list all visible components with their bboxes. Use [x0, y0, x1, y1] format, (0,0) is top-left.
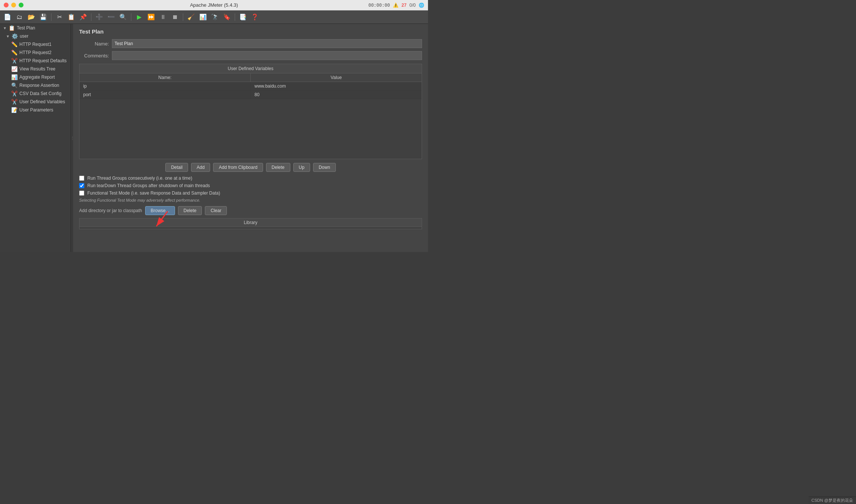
page-title: Test Plan [79, 28, 422, 35]
user-icon: ⚙️ [12, 33, 18, 39]
expand-arrow-user: ▼ [6, 34, 10, 38]
run-consecutively-label: Run Thread Groups consecutively (i.e. on… [87, 176, 192, 181]
up-button[interactable]: Up [293, 163, 310, 172]
run-teardown-label: Run tearDown Thread Groups after shutdow… [87, 183, 210, 188]
open-templates-button[interactable]: 🗂 [14, 12, 25, 22]
detail-button[interactable]: Detail [165, 163, 188, 172]
sidebar-item-http2[interactable]: ✏️ HTTP Request2 [0, 48, 71, 57]
cell-port-name: port [79, 91, 251, 99]
expand-arrow: ▼ [3, 26, 7, 30]
help-button[interactable]: ❓ [250, 12, 260, 22]
functional-mode-checkbox[interactable] [79, 190, 84, 196]
col-name: Name: [79, 73, 251, 82]
sidebar-item-label: user [20, 34, 28, 39]
expand-button[interactable]: ➕ [94, 12, 104, 22]
name-row: Name: [79, 39, 422, 48]
run-consecutively-checkbox[interactable] [79, 176, 84, 181]
sidebar-item-user-defined[interactable]: ✂️ User Defined Variables [0, 98, 71, 106]
stats: 0/0 [409, 3, 416, 8]
maximize-button[interactable] [19, 3, 24, 7]
run-consecutively-row: Run Thread Groups consecutively (i.e. on… [79, 176, 422, 181]
sidebar-item-label: Response Assertion [19, 83, 59, 88]
paste-button[interactable]: 📌 [78, 12, 88, 22]
table-empty-area [79, 99, 422, 159]
aggregate-icon: 📊 [11, 74, 18, 80]
view-results-icon: 📈 [11, 66, 18, 72]
user-defined-variables-table: User Defined Variables Name: Value ip ww… [79, 64, 422, 159]
http-defaults-icon: ✂️ [11, 58, 18, 64]
separator-2 [91, 13, 91, 21]
copy-button[interactable]: 📋 [66, 12, 76, 22]
warning-count: 27 [402, 3, 406, 8]
name-input[interactable] [112, 39, 422, 48]
sidebar-item-label: HTTP Request1 [19, 42, 51, 47]
classpath-label: Add directory or jar to classpath [79, 208, 142, 213]
clear-all-button[interactable]: 🧹 [186, 12, 196, 22]
window-controls[interactable] [4, 3, 24, 7]
functional-mode-row: Functional Test Mode (i.e. save Response… [79, 190, 422, 196]
table-button[interactable]: 📑 [238, 12, 248, 22]
classpath-delete-button[interactable]: Delete [178, 206, 202, 215]
title-bar: Apache JMeter (5.4.3) 00:00:00 ⚠️ 27 0/0… [0, 0, 428, 10]
shutdown-button[interactable]: ⏹ [170, 12, 180, 22]
new-button[interactable]: 📄 [2, 12, 13, 22]
open-button[interactable]: 📂 [26, 12, 37, 22]
stop-button[interactable]: ⏸ [158, 12, 168, 22]
cell-ip-value: www.baidu.com [251, 82, 422, 90]
close-button[interactable] [4, 3, 9, 7]
sidebar-item-label: CSV Data Set Config [19, 91, 62, 96]
sidebar-item-view-results[interactable]: 📈 View Results Tree [0, 65, 71, 73]
sidebar-item-http1[interactable]: ✏️ HTTP Request1 [0, 40, 71, 48]
toggle-search-button[interactable]: 🔍 [118, 12, 128, 22]
comments-label: Comments: [79, 53, 109, 59]
functional-mode-note: Selecting Functional Test Mode may adver… [79, 198, 422, 202]
sidebar-item-label: User Defined Variables [19, 99, 65, 104]
start-no-pause-button[interactable]: ⏩ [146, 12, 156, 22]
run-teardown-row: Run tearDown Thread Groups after shutdow… [79, 183, 422, 188]
cut-button[interactable]: ✂ [54, 12, 65, 22]
comments-row: Comments: [79, 51, 422, 60]
bookmark-button[interactable]: 🔖 [222, 12, 232, 22]
sidebar-item-http-defaults[interactable]: ✂️ HTTP Request Defaults [0, 57, 71, 65]
add-clipboard-button[interactable]: Add from Clipboard [213, 163, 263, 172]
report-button[interactable]: 📊 [198, 12, 208, 22]
sidebar-item-test-plan[interactable]: ▼ 📋 Test Plan [0, 24, 71, 32]
http1-icon: ✏️ [11, 41, 18, 47]
table-row[interactable]: port 80 [79, 91, 422, 99]
save-button[interactable]: 💾 [38, 12, 49, 22]
binoculars-button[interactable]: 🔭 [210, 12, 220, 22]
sidebar-item-csv-data[interactable]: ✂️ CSV Data Set Config [0, 89, 71, 98]
browse-button[interactable]: Browse... [145, 206, 175, 215]
sidebar: ▼ 📋 Test Plan ▼ ⚙️ user ✏️ HTTP Request1… [0, 24, 71, 252]
toolbar: 📄 🗂 📂 💾 ✂ 📋 📌 ➕ ➖ 🔍 ▶ ⏩ ⏸ ⏹ 🧹 📊 🔭 🔖 📑 ❓ [0, 10, 428, 24]
sidebar-item-label: HTTP Request Defaults [19, 58, 67, 63]
down-button[interactable]: Down [313, 163, 336, 172]
http2-icon: ✏️ [11, 50, 18, 56]
functional-mode-label: Functional Test Mode (i.e. save Response… [87, 190, 220, 196]
classpath-table-header: Library [79, 218, 422, 227]
sidebar-item-aggregate[interactable]: 📊 Aggregate Report [0, 73, 71, 81]
sidebar-item-response-assertion[interactable]: 🔍 Response Assertion [0, 81, 71, 89]
sidebar-item-label: View Results Tree [19, 66, 56, 72]
sidebar-item-user-params[interactable]: 📝 User Parameters [0, 106, 71, 114]
content-area: Test Plan Name: Comments: User Defined V… [73, 24, 428, 252]
sidebar-item-user[interactable]: ▼ ⚙️ user [0, 32, 71, 40]
main-layout: ▼ 📋 Test Plan ▼ ⚙️ user ✏️ HTTP Request1… [0, 24, 428, 252]
classpath-clear-button[interactable]: Clear [205, 206, 227, 215]
start-button[interactable]: ▶ [134, 12, 144, 22]
response-assertion-icon: 🔍 [11, 82, 18, 88]
add-button[interactable]: Add [191, 163, 210, 172]
minimize-button[interactable] [11, 3, 16, 7]
separator-1 [51, 13, 51, 21]
test-plan-icon: 📋 [9, 25, 15, 31]
col-value: Value [251, 73, 422, 82]
sidebar-item-label: Test Plan [17, 25, 35, 31]
collapse-button[interactable]: ➖ [106, 12, 116, 22]
table-row[interactable]: ip www.baidu.com [79, 82, 422, 91]
csv-icon: ✂️ [11, 91, 18, 97]
delete-button[interactable]: Delete [266, 163, 290, 172]
run-teardown-checkbox[interactable] [79, 183, 84, 188]
separator-4 [183, 13, 183, 21]
timer: 00:00:00 [368, 3, 390, 8]
comments-input[interactable] [112, 51, 422, 60]
